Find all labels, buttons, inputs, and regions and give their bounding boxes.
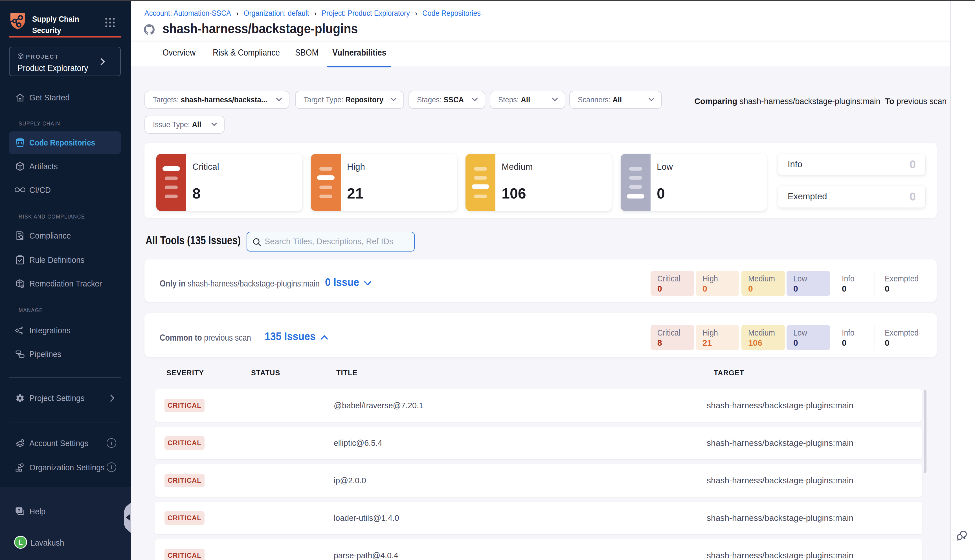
svg-text:?: ? <box>18 508 20 513</box>
